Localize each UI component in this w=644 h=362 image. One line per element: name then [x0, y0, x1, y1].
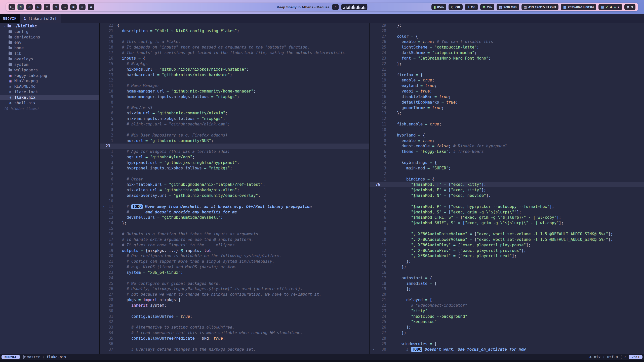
- workspace-terminal-icon[interactable]: >_: [9, 4, 15, 10]
- code-line[interactable]: 12: [370, 116, 644, 121]
- code-line[interactable]: 12 # and doesn't provide any benefits fo…: [100, 209, 369, 215]
- tree-file-flake.nix[interactable]: ✻flake.nix: [0, 95, 99, 100]
- clock-widget[interactable]: ▦2025-06-18 00:04: [561, 4, 596, 10]
- workspace-gallery-icon[interactable]: ▣: [70, 4, 77, 10]
- code-line[interactable]: 14 nixpkgs.url = "github:nixos/nixpkgs/n…: [100, 67, 369, 72]
- code-line[interactable]: 3 main-mod = "SUPER";: [370, 165, 644, 171]
- tray-pink-app-icon[interactable]: ●: [618, 5, 619, 9]
- code-line[interactable]: 22{: [100, 23, 369, 28]
- disk-widget[interactable]: ◫413.19/915.81 GiB: [521, 4, 559, 10]
- code-line[interactable]: 33 # Alternative to setting config.allow…: [100, 325, 369, 330]
- code-line[interactable]: 11 # Home Manager: [100, 83, 369, 88]
- cpu-widget[interactable]: ⚙2%: [480, 4, 494, 10]
- code-line[interactable]: 5 nixvim.inputs.nixpkgs.follows = "nixpk…: [100, 116, 369, 121]
- code-line[interactable]: 13 };: [370, 111, 644, 116]
- code-line[interactable]: 9 hyprland = {: [370, 132, 644, 138]
- workspace-history-back-icon[interactable]: ↺: [26, 4, 33, 10]
- tree-file-README.md[interactable]: ≡README.md: [0, 84, 99, 89]
- workspace-neovim-icon[interactable]: N: [17, 4, 24, 10]
- code-line[interactable]: 5: [100, 171, 369, 176]
- notifications-widget[interactable]: ⚑3: [624, 4, 635, 10]
- battery-widget[interactable]: ▮85%: [431, 4, 446, 10]
- music-widget[interactable]: Keep Shelly In Athens - Medusa ♫: [277, 4, 367, 10]
- code-line[interactable]: 2 # Nix User Repository (e.g. Firefox ad…: [100, 132, 369, 138]
- tree-folder-config[interactable]: config: [0, 29, 99, 34]
- code-line[interactable]: 5 "$mainMod, S" = ["exec, grim -g \"$(sl…: [370, 209, 644, 215]
- code-line[interactable]: 18 # It depends on "inputs" that are pas…: [100, 44, 369, 50]
- code-line[interactable]: 3: [370, 198, 644, 204]
- code-line[interactable]: 22 # e.g. NixOS (linux) and MacOS (darwi…: [100, 264, 369, 270]
- code-line[interactable]: 13 hardware.url = "github:nixos/nixos-ha…: [100, 72, 369, 78]
- code-line[interactable]: 20: [100, 34, 369, 39]
- code-line[interactable]: 3 hyprpanel.url = "github:jas-singhfsu/h…: [100, 160, 369, 165]
- tray-shield-icon[interactable]: ◆: [610, 5, 612, 9]
- code-line[interactable]: 9 ", XF86AudioRaiseVolume" = ["exec, wpc…: [370, 231, 644, 237]
- code-line[interactable]: 30: [100, 308, 369, 314]
- tree-folder-wallpapers[interactable]: wallpapers: [0, 67, 99, 73]
- code-line[interactable]: 17 autostart = {: [370, 275, 644, 281]
- code-line[interactable]: ✓30 # TODO Doesn't work, use focus_on_ac…: [370, 347, 644, 352]
- code-line[interactable]: 32: [100, 319, 369, 325]
- code-line[interactable]: 15 };: [370, 264, 644, 270]
- tree-folder-env[interactable]: env: [0, 40, 99, 46]
- code-line[interactable]: 22 # "kdeconnect-indicator": [370, 303, 644, 308]
- code-line[interactable]: 21 delayed = [: [370, 297, 644, 303]
- tray-sync-ok-icon[interactable]: ✓: [606, 5, 608, 9]
- code-line[interactable]: 22 };: [370, 61, 644, 67]
- code-line[interactable]: 1 "$mainMod, E" = ["exec, kitty"];: [370, 187, 644, 193]
- code-line[interactable]: 2 "$mainMod, N" = ["exec, neovide"];: [370, 193, 644, 198]
- code-line[interactable]: 2: [370, 171, 644, 176]
- code-line[interactable]: 20 firefox = {: [370, 72, 644, 78]
- code-line[interactable]: 6 theme = "Foggy-Lake"; # Three-Bears: [370, 149, 644, 154]
- code-line[interactable]: 29 inherit system;: [100, 303, 369, 308]
- code-line[interactable]: 7 nix-flatpak.url = "github:gmodena/nix-…: [100, 182, 369, 187]
- code-line[interactable]: 24 "nextcloud --background": [370, 314, 644, 319]
- code-line[interactable]: 4 # blink-cmp.url = "github:saghen/blink…: [100, 121, 369, 127]
- workspace-history-forward-icon[interactable]: ↻: [35, 4, 42, 10]
- code-line[interactable]: 20 # Our configuration is buildable on t…: [100, 253, 369, 259]
- code-line[interactable]: 1 # Ags for widgets (this was a terrible…: [100, 149, 369, 154]
- code-line[interactable]: 12: [100, 77, 369, 83]
- code-line[interactable]: 8: [370, 226, 644, 231]
- code-line[interactable]: 17 # To handle extra arguments we use th…: [100, 237, 369, 242]
- tree-root-nixflake[interactable]: ▾ ~/NixFlake: [0, 23, 99, 29]
- current-line[interactable]: 23: [100, 144, 369, 149]
- code-line[interactable]: 1 bindings = {: [370, 176, 644, 182]
- code-line[interactable]: 14 };: [370, 259, 644, 264]
- code-line[interactable]: 11 fish.enable = true;: [370, 121, 644, 127]
- code-line[interactable]: 9 home-manager.inputs.nixpkgs.follows = …: [100, 94, 369, 100]
- memory-widget[interactable]: ▤9/30 GiB: [497, 4, 519, 10]
- code-line[interactable]: 21 # Configs can support more than a sin…: [100, 259, 369, 264]
- editor-pane-right[interactable]: 29 };2827 color = {26 enable = true; # Y…: [370, 23, 644, 354]
- code-line[interactable]: 31 config.allowUnfree = true;: [100, 314, 369, 319]
- code-line[interactable]: 35 config.allowUnfreePredicate = pkg: tr…: [100, 336, 369, 341]
- code-line[interactable]: 29 };: [370, 23, 644, 28]
- code-line[interactable]: 24: [100, 275, 369, 281]
- code-line[interactable]: 19 enable = true;: [370, 77, 644, 83]
- code-line[interactable]: 23 system = "x86_64-linux";: [100, 270, 369, 275]
- code-line[interactable]: 4 hyprpanel.inputs.nixpkgs.follows = "ni…: [100, 165, 369, 171]
- workspace-monitor-icon[interactable]: ▭: [61, 4, 68, 10]
- code-line[interactable]: 26 ];: [370, 325, 644, 330]
- code-line[interactable]: 13 devshell.url = "github:numtide/devshe…: [100, 215, 369, 220]
- code-line[interactable]: 16: [370, 270, 644, 275]
- code-line[interactable]: 6 nixvim.url = "github:nix-community/nix…: [100, 111, 369, 116]
- code-line[interactable]: 4 keybindings = {: [370, 160, 644, 165]
- tab-flake-nix[interactable]: 1 flake.nix[2+]: [20, 14, 61, 23]
- code-line[interactable]: 8 nix-alien.url = "github:thiagokokada/n…: [100, 187, 369, 193]
- code-line[interactable]: 25 # We configure our global packages he…: [100, 281, 369, 286]
- code-line[interactable]: 14 gnomeTheme = true;: [370, 105, 644, 111]
- current-line[interactable]: 76 "$mainMod, T" = ["exec, kitty"];: [370, 182, 644, 187]
- music-note-icon[interactable]: ♫: [332, 4, 339, 10]
- tree-file-shell.nix[interactable]: ✻shell.nix: [0, 100, 99, 106]
- code-line[interactable]: 8 enable = true;: [370, 138, 644, 144]
- code-line[interactable]: 37 # Overlays define changes in the nixp…: [100, 347, 369, 352]
- tree-file-Foggy-Lake.png[interactable]: ▦Foggy-Lake.png: [0, 73, 99, 78]
- code-line[interactable]: 7 "$mainMod SHIFT, S" = ["exec, grim -g …: [370, 220, 644, 226]
- code-line[interactable]: 10: [100, 198, 369, 204]
- code-line[interactable]: 24 darkScheme = "catppuccin-mocha";: [370, 50, 644, 56]
- code-line[interactable]: 27 # but because we want to change the n…: [100, 292, 369, 297]
- code-line[interactable]: 28 pkgs = import nixpkgs {: [100, 297, 369, 303]
- code-line[interactable]: 15: [100, 226, 369, 231]
- code-line[interactable]: 6 "$mainMod CTRL, S" = ["exec, grim -g \…: [370, 215, 644, 220]
